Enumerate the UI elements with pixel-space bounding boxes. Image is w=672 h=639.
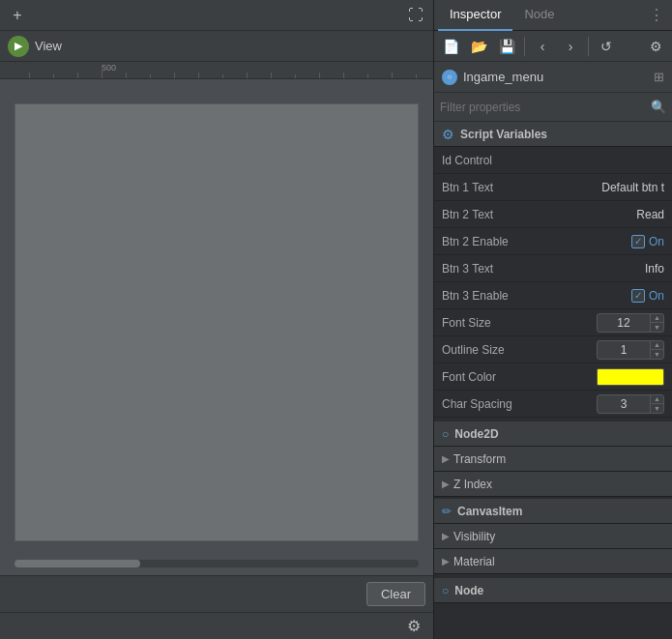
ruler-tick	[126, 73, 127, 78]
object-settings-button[interactable]: ⚙	[643, 34, 668, 59]
bottom-bar: Clear	[0, 575, 433, 612]
node-section-label: Node	[454, 584, 483, 597]
prop-label-font-color: Font Color	[442, 370, 597, 384]
node-circle-icon: ○	[442, 584, 449, 597]
open-script-button[interactable]: 📂	[466, 34, 491, 59]
next-button[interactable]: ›	[558, 34, 583, 59]
ruler-tick	[174, 73, 175, 78]
prop-btn3-text: Btn 3 Text Info	[434, 255, 672, 282]
collapse-arrow-material: ▶	[442, 556, 450, 566]
collapse-arrow-z-index: ▶	[442, 479, 450, 489]
ruler-tick	[367, 74, 368, 78]
node-name-row: ○ Ingame_menu ⊞	[434, 62, 672, 93]
z-index-label: Z Index	[453, 478, 492, 491]
char-spacing-spinbox[interactable]: 3 ▲ ▼	[597, 394, 664, 414]
prop-btn1-text: Btn 1 Text Default btn t	[434, 174, 672, 201]
properties-area: ⚙ Script Variables Id Control Btn 1 Text…	[434, 122, 672, 639]
spinbox-arrows: ▲ ▼	[650, 314, 663, 332]
prop-value-btn2-text[interactable]: Read	[636, 208, 664, 221]
spinbox-down-button[interactable]: ▼	[651, 404, 663, 413]
spinbox-down-button[interactable]: ▼	[651, 350, 663, 359]
font-color-swatch[interactable]	[597, 368, 664, 386]
right-panel: Inspector Node ⋮ 📄 📂 💾 ‹ › ↺ ⚙ ○ Ingame_…	[434, 0, 672, 639]
script-icon: ⚙	[442, 127, 454, 142]
prop-label-id-control: Id Control	[442, 154, 664, 167]
collapse-arrow-transform: ▶	[442, 453, 450, 464]
char-spacing-value: 3	[598, 397, 650, 411]
collapse-arrow-visibility: ▶	[442, 531, 450, 541]
prop-btn2-text: Btn 2 Text Read	[434, 201, 672, 228]
font-size-spinbox[interactable]: 12 ▲ ▼	[597, 313, 664, 333]
scrollbar-thumb[interactable]	[15, 560, 140, 567]
ruler-tick	[222, 74, 223, 78]
material-section[interactable]: ▶ Material	[434, 549, 672, 574]
z-index-section[interactable]: ▶ Z Index	[434, 472, 672, 497]
visibility-label: Visibility	[453, 530, 495, 543]
fullscreen-button[interactable]: ⛶	[402, 2, 429, 29]
transform-section[interactable]: ▶ Transform	[434, 447, 672, 472]
node2d-label: Node2D	[454, 427, 498, 441]
spinbox-down-button[interactable]: ▼	[651, 323, 663, 332]
left-toolbar: + ⛶	[0, 0, 433, 31]
filter-row: 🔍	[434, 93, 672, 122]
ruler-tick	[295, 74, 296, 78]
material-label: Material	[453, 555, 495, 568]
ruler-tick	[29, 73, 30, 78]
more-options-icon[interactable]: ⋮	[645, 6, 668, 24]
btn3-enable-checkbox[interactable]: ✓ On	[631, 289, 664, 303]
node-section-header: ○ Node	[434, 578, 672, 603]
prop-value-btn3-text[interactable]: Info	[645, 262, 664, 276]
ruler-tick	[102, 71, 102, 78]
new-script-button[interactable]: 📄	[438, 34, 463, 59]
spinbox-up-button[interactable]: ▲	[651, 314, 663, 324]
btn2-enable-checkbox[interactable]: ✓ On	[631, 235, 664, 248]
settings-icon-button[interactable]: ⚙	[400, 613, 427, 640]
prop-btn3-enable: Btn 3 Enable ✓ On	[434, 282, 672, 309]
clear-button[interactable]: Clear	[366, 582, 425, 606]
horizontal-scrollbar[interactable]	[15, 560, 419, 567]
prop-char-spacing: Char Spacing 3 ▲ ▼	[434, 391, 672, 418]
spinbox-up-button[interactable]: ▲	[651, 341, 663, 351]
add-button[interactable]: +	[4, 2, 31, 29]
node-name-label: Ingame_menu	[463, 70, 648, 84]
canvas-area	[0, 79, 433, 575]
ruler-label-500: 500	[102, 63, 116, 73]
ruler-tick	[271, 73, 272, 78]
prop-btn2-enable: Btn 2 Enable ✓ On	[434, 228, 672, 255]
prop-label-btn1-text: Btn 1 Text	[442, 181, 601, 194]
prev-button[interactable]: ‹	[530, 34, 555, 59]
tab-inspector[interactable]: Inspector	[438, 0, 512, 31]
filter-properties-input[interactable]	[440, 101, 647, 114]
outline-size-spinbox[interactable]: 1 ▲ ▼	[597, 340, 664, 360]
pencil-icon: ✏	[442, 505, 452, 518]
ruler-tick	[150, 74, 151, 78]
prop-value-btn1-text[interactable]: Default btn t	[601, 181, 664, 194]
font-size-value: 12	[598, 316, 650, 330]
checkbox-box: ✓	[631, 235, 645, 248]
prop-id-control: Id Control	[434, 147, 672, 174]
script-variables-label: Script Variables	[460, 128, 547, 141]
separator	[524, 37, 525, 56]
node2d-header: ○ Node2D	[434, 421, 672, 447]
outline-size-value: 1	[598, 343, 650, 357]
prop-font-color: Font Color	[434, 363, 672, 391]
checkbox-box: ✓	[631, 289, 645, 303]
prop-label-btn2-text: Btn 2 Text	[442, 208, 636, 221]
spinbox-up-button[interactable]: ▲	[651, 395, 663, 405]
checkbox-on-label: On	[649, 235, 664, 248]
search-icon: 🔍	[651, 100, 666, 114]
node-settings-icon[interactable]: ⊞	[654, 70, 664, 84]
inspector-toolbar: 📄 📂 💾 ‹ › ↺ ⚙	[434, 31, 672, 62]
node2d-icon: ○	[442, 427, 449, 441]
transform-label: Transform	[453, 452, 506, 466]
separator	[588, 37, 589, 56]
view-label: View	[35, 39, 62, 53]
visibility-section[interactable]: ▶ Visibility	[434, 524, 672, 549]
tab-node[interactable]: Node	[512, 0, 566, 31]
save-script-button[interactable]: 💾	[494, 34, 519, 59]
prop-label-char-spacing: Char Spacing	[442, 397, 597, 411]
canvas-content	[15, 103, 419, 541]
refresh-button[interactable]: ↺	[594, 34, 619, 59]
prop-outline-size: Outline Size 1 ▲ ▼	[434, 336, 672, 363]
ruler-tick	[77, 73, 78, 78]
